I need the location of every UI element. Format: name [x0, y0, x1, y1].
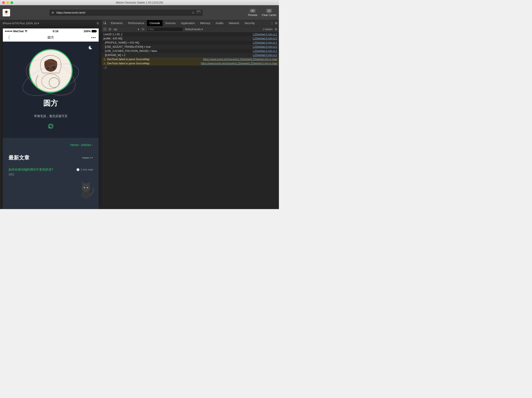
- hidden-count: 1 hidden: [262, 28, 272, 31]
- breadcrumb: Home - Articles -: [8, 143, 93, 147]
- breadcrumb-articles[interactable]: Articles: [81, 143, 91, 147]
- article-year: 2021: [8, 173, 93, 176]
- tab-audits[interactable]: Audits: [213, 20, 226, 26]
- device-bar: iPhone 6/7/8 Plus 100% 16 ▾ ⧉: [0, 20, 101, 26]
- layers-icon: [266, 9, 272, 13]
- svg-point-0: [5, 11, 8, 13]
- github-icon[interactable]: [48, 123, 54, 129]
- signal-icon: [5, 31, 12, 32]
- sourcemap-link[interactable]: https://www.lumin.tech/assets/L2Dwidget/…: [201, 62, 277, 65]
- console-log-row: Live2D 2.1.00_1L2Dwidget.0.min.js:2: [102, 32, 279, 37]
- clear-cache-button[interactable]: Clear Cache: [262, 9, 276, 17]
- clock: 0:16: [28, 30, 83, 33]
- status-bar: WeChat 0:16 100%: [3, 28, 99, 34]
- warning-icon: ⚠: [103, 58, 106, 61]
- console-warn-row: ⚠DevTools failed to parse SourceMap: htt…: [102, 62, 279, 66]
- clear-console-icon[interactable]: [108, 28, 111, 31]
- console-log-row: [USE_ADJUST_TRANSLATION] = trueL2Dwidget…: [102, 45, 279, 49]
- section-title: 最新文章: [8, 154, 30, 161]
- tab-memory[interactable]: Memory: [197, 20, 213, 26]
- eye-icon[interactable]: [141, 28, 145, 30]
- source-link[interactable]: L2Dwidget.0.min.js:2: [253, 33, 277, 36]
- source-link[interactable]: L2Dwidget.0.min.js:2: [253, 54, 277, 57]
- inspect-icon[interactable]: [103, 22, 107, 25]
- article-row[interactable]: 如何在移动端的调试中更加舒适? 🕑 2 min read: [8, 168, 93, 172]
- maximize-window-button[interactable]: [11, 1, 13, 4]
- breadcrumb-home[interactable]: Home: [70, 143, 79, 147]
- svg-line-19: [109, 28, 111, 30]
- warning-icon: ⚠: [103, 62, 106, 65]
- close-window-button[interactable]: [2, 1, 5, 4]
- source-link[interactable]: L2Dwidget.0.min.js:2: [253, 41, 277, 44]
- clear-cache-label: Clear Cache: [262, 13, 276, 17]
- console-log-row: [PROFILE_NAME] = iOS HiQL2Dwidget.0.min.…: [102, 41, 279, 45]
- more-icon[interactable]: •••: [91, 36, 96, 39]
- app-icon[interactable]: [3, 9, 10, 16]
- phone-preview: WeChat 0:16 100% 〈 圆方: [3, 28, 99, 209]
- url-bar[interactable]: ⟳ https://www.lumin.tech/ ☆: [50, 10, 203, 16]
- tab-console[interactable]: Console: [147, 20, 163, 26]
- wifi-icon: [25, 30, 28, 32]
- live2d-widget[interactable]: [77, 179, 95, 199]
- main-toolbar: ⟳ https://www.lumin.tech/ ☆ Preview Cl: [0, 5, 279, 20]
- url-input[interactable]: https://www.lumin.tech/: [57, 11, 190, 14]
- svg-point-5: [252, 10, 253, 11]
- source-link[interactable]: L2Dwidget.0.min.js:2: [253, 37, 277, 40]
- window-titlebar: Weixin Devtools Stable 1.03.2101150: [0, 0, 279, 5]
- tab-sources[interactable]: Sources: [163, 20, 178, 26]
- switch-device-icon[interactable]: ⧉: [97, 21, 99, 25]
- console-prompt[interactable]: >: [102, 66, 279, 70]
- console-warn-row: ⚠DevTools failed to parse SourceMap: htt…: [102, 57, 279, 62]
- tab-elements[interactable]: Elements: [108, 20, 125, 26]
- svg-point-6: [26, 32, 26, 32]
- folder-icon[interactable]: [197, 11, 200, 15]
- levels-selector[interactable]: Default levels ▾: [185, 28, 203, 31]
- preview-label: Preview: [248, 13, 258, 17]
- tab-network[interactable]: Network: [226, 20, 242, 26]
- console-log-row: [EXPAND_W] = 2L2Dwidget.0.min.js:2: [102, 53, 279, 57]
- filter-input[interactable]: [147, 27, 183, 32]
- devtools-tabs: ElementsPerformanceConsoleSourcesApplica…: [102, 20, 279, 26]
- source-link[interactable]: L2Dwidget.0.min.js:2: [253, 45, 277, 48]
- star-icon[interactable]: ☆: [192, 11, 195, 15]
- tab-security[interactable]: Security: [242, 20, 257, 26]
- preview-button[interactable]: Preview: [248, 9, 258, 17]
- console-toolbar: top▾ Default levels ▾ 1 hidden ⚙: [102, 26, 279, 32]
- nav-title: 圆方: [47, 35, 54, 40]
- back-icon[interactable]: 〈: [6, 34, 10, 41]
- nav-bar: 〈 圆方 •••: [3, 34, 99, 42]
- console-log-row: profile : iOS HiQL2Dwidget.0.min.js:2: [102, 37, 279, 41]
- battery-percent: 100%: [83, 30, 91, 33]
- dock-icon[interactable]: ⧉: [275, 21, 277, 25]
- play-icon[interactable]: [103, 28, 106, 31]
- svg-point-15: [87, 187, 88, 188]
- sourcemap-link[interactable]: https://www.lumin.tech/assets/L2Dwidget/…: [203, 58, 277, 61]
- eye-icon: [250, 9, 256, 13]
- clock-icon: 🕑: [76, 168, 80, 171]
- window-title: Weixin Devtools Stable 1.03.2101150: [116, 1, 163, 4]
- kebab-icon[interactable]: ⋮: [271, 21, 273, 25]
- reload-icon[interactable]: ⟳: [52, 11, 54, 14]
- context-selector[interactable]: top▾: [114, 28, 139, 31]
- gear-icon[interactable]: ⚙: [275, 28, 277, 31]
- source-link[interactable]: L2Dwidget.0.min.js:2: [253, 50, 277, 52]
- moon-icon[interactable]: [89, 45, 93, 50]
- tab-performance[interactable]: Performance: [125, 20, 147, 26]
- tab-application[interactable]: Application: [178, 20, 197, 26]
- article-meta: 🕑 2 min read: [76, 168, 93, 171]
- device-selector[interactable]: iPhone 6/7/8 Plus 100% 16 ▾: [3, 22, 39, 25]
- carrier-label: WeChat: [13, 30, 24, 33]
- console-output[interactable]: Live2D 2.1.00_1L2Dwidget.0.min.js:2profi…: [102, 32, 279, 209]
- more-link[interactable]: more >>: [82, 156, 93, 159]
- console-log-row: [USE_CACHED_POLYGON_IMAGE] = falseL2Dwid…: [102, 49, 279, 53]
- profile-name: 圆方: [43, 98, 58, 108]
- svg-point-21: [142, 29, 143, 30]
- article-title[interactable]: 如何在移动端的调试中更加舒适?: [8, 168, 53, 172]
- svg-point-2: [5, 13, 8, 15]
- svg-point-14: [84, 187, 85, 188]
- battery-icon: [92, 30, 96, 32]
- minimize-window-button[interactable]: [6, 1, 9, 4]
- profile-subtitle: 学海无涯，毫无后退可言: [34, 114, 68, 118]
